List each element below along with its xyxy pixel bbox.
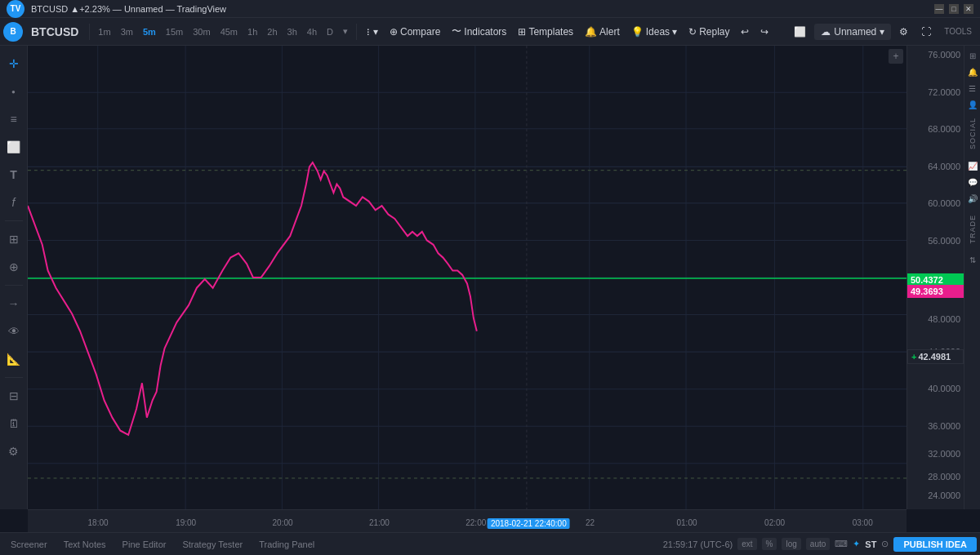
pine-editor-button[interactable]: Pine Editor (115, 537, 174, 552)
alert-button[interactable]: 🔔 Alert (580, 24, 625, 40)
indicators-button[interactable]: 〜 Indicators (447, 22, 511, 41)
sidebar-divider-1 (5, 220, 23, 221)
top-toolbar: B BTCUSD 1m 3m 5m 15m 30m 45m 1h 2h 3h 4… (0, 18, 980, 46)
tf-1m[interactable]: 1m (94, 25, 114, 38)
undo-button[interactable]: ↩ (736, 24, 754, 40)
tf-45m[interactable]: 45m (216, 25, 242, 38)
panel-icon-2[interactable]: 🔔 (966, 65, 979, 78)
auto-tag[interactable]: auto (806, 538, 830, 550)
tf-5m[interactable]: 5m (139, 25, 160, 38)
redo-button[interactable]: ↪ (755, 24, 773, 40)
layers-tool[interactable]: ⊟ (2, 384, 25, 407)
strategy-tester-button[interactable]: Strategy Tester (175, 537, 250, 552)
tf-3h[interactable]: 3h (283, 25, 301, 38)
tf-1h[interactable]: 1h (243, 25, 261, 38)
log-tag[interactable]: log (782, 538, 800, 550)
share-icon[interactable]: ⊙ (881, 539, 889, 549)
tf-4h[interactable]: 4h (303, 25, 321, 38)
minimize-button[interactable]: — (934, 4, 944, 14)
left-sidebar: ✛ ● ≡ ⬜ T f ⊞ ⊕ → 👁 📐 ⊟ 🗓 ⚙ (0, 46, 28, 509)
chart-area[interactable]: + (28, 46, 906, 509)
st-label[interactable]: ST (865, 539, 876, 549)
ideas-button[interactable]: 💡 Ideas ▾ (626, 24, 682, 40)
replay-button[interactable]: ↻ Replay (684, 24, 734, 40)
panel-icon-7[interactable]: 🔊 (966, 192, 979, 205)
templates-button[interactable]: ⊞ Templates (513, 24, 578, 40)
measure-tool[interactable]: ⊞ (2, 228, 25, 251)
panel-icon-8[interactable]: ⇅ (966, 254, 979, 267)
indicators-icon: 〜 (452, 24, 461, 38)
rect-tool[interactable]: ⬜ (2, 135, 25, 158)
separator-1 (89, 24, 90, 40)
layout-button[interactable]: ⬜ (789, 24, 811, 40)
tf-dropdown[interactable]: ▾ (339, 24, 352, 38)
current-price-label: + 42.4981 (907, 349, 964, 364)
ext-tag[interactable]: ext (737, 538, 756, 550)
title-text: TV BTCUSD ▲+2.23% — Unnamed — TradingVie… (7, 0, 226, 18)
price-76: 76.0000 (928, 50, 960, 60)
panel-icon-5[interactable]: 📈 (966, 159, 979, 172)
ruler-tool[interactable]: 📐 (2, 348, 25, 371)
screener-button[interactable]: Screener (3, 537, 55, 552)
lines-tool[interactable]: ≡ (2, 108, 25, 131)
panel-icon-4[interactable]: 👤 (966, 98, 979, 111)
sidebar-divider-3 (5, 377, 23, 378)
app-logo: TV (7, 0, 24, 18)
time-20: 20:00 (273, 518, 293, 527)
price-32: 32.0000 (928, 449, 960, 459)
fullscreen-button[interactable]: ⛶ (916, 24, 936, 40)
cursor-tool[interactable]: ✛ (2, 52, 25, 75)
trading-panel-button[interactable]: Trading Panel (252, 537, 322, 552)
panel-icon-1[interactable]: ⊞ (966, 49, 979, 62)
arrow-tool[interactable]: → (2, 292, 25, 315)
timestamp: 21:59:17 (UTC-6) (663, 539, 733, 549)
tf-30m[interactable]: 30m (189, 25, 214, 38)
magnet-tool[interactable]: ⊕ (2, 255, 25, 278)
time-axis: 18:00 19:00 20:00 21:00 22:00 2018-02-21… (28, 509, 906, 532)
chart-type-dropdown[interactable]: ▾ (373, 26, 378, 38)
time-21: 21:00 (369, 518, 390, 527)
path-tool[interactable]: f (2, 191, 25, 214)
sidebar-settings[interactable]: ⚙ (2, 440, 25, 463)
ideas-dropdown[interactable]: ▾ (672, 26, 677, 38)
text-tool[interactable]: T (2, 163, 25, 186)
chart-type-button[interactable]: ⫶ ▾ (361, 24, 383, 40)
replay-icon: ↻ (688, 26, 697, 38)
calendar-tool[interactable]: 🗓 (2, 412, 25, 435)
symbol-label[interactable]: BTCUSD (24, 25, 85, 38)
unnamed-button[interactable]: ☁ Unnamed ▾ (814, 24, 891, 40)
panel-icon-6[interactable]: 💬 (966, 175, 979, 189)
tf-d[interactable]: D (323, 25, 337, 38)
compare-button[interactable]: ⊕ Compare (385, 24, 445, 40)
tools-label: TOOLS (939, 24, 977, 38)
tf-15m[interactable]: 15m (162, 25, 187, 38)
fullscreen-icon: ⛶ (921, 26, 931, 38)
toolbar-right: ⬜ ☁ Unnamed ▾ ⚙ ⛶ TOOLS (789, 24, 977, 40)
settings-icon: ⚙ (899, 26, 908, 38)
eye-tool[interactable]: 👁 (2, 320, 25, 343)
unnamed-dropdown[interactable]: ▾ (880, 26, 884, 38)
settings-button[interactable]: ⚙ (894, 24, 913, 40)
text-notes-button[interactable]: Text Notes (56, 537, 114, 552)
bottom-bar: Screener Text Notes Pine Editor Strategy… (0, 532, 980, 555)
magenta-price-label: 49.3693 (907, 285, 964, 298)
time-02: 02:00 (764, 518, 785, 527)
keyboard-icon[interactable]: ⌨ (835, 539, 848, 549)
maximize-button[interactable]: □ (949, 4, 959, 14)
dot-tool[interactable]: ● (2, 80, 25, 103)
price-28: 28.0000 (928, 472, 960, 482)
tf-3m[interactable]: 3m (117, 25, 137, 38)
price-60: 60.0000 (928, 198, 960, 208)
close-button[interactable]: ✕ (964, 4, 973, 14)
tf-2h[interactable]: 2h (263, 25, 281, 38)
time-19: 19:00 (176, 518, 196, 527)
panel-icon-3[interactable]: ☰ (966, 82, 979, 95)
time-03: 03:00 (853, 518, 873, 527)
symbol-avatar: B (3, 22, 23, 42)
chart-settings-plus[interactable]: + (889, 49, 903, 64)
chart-type-icon: ⫶ (366, 26, 371, 38)
chart-canvas (28, 46, 906, 509)
price-36: 36.0000 (928, 421, 960, 431)
percent-tag[interactable]: % (762, 538, 777, 550)
publish-idea-button[interactable]: PUBLISH IDEA (893, 537, 977, 552)
